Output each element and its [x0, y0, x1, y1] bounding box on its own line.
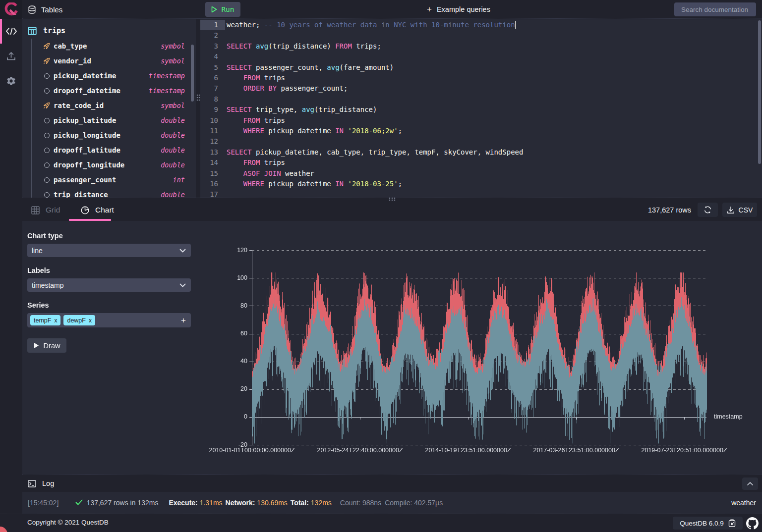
success-check-icon [63, 491, 82, 515]
code-line: SELECT passenger_count, avg(fare_amount) [227, 62, 394, 73]
github-link[interactable] [746, 517, 759, 530]
tab-grid[interactable]: Grid [31, 201, 60, 219]
column-row-trip_distance[interactable]: trip_distancedouble [22, 187, 196, 198]
horizontal-splitter-handle[interactable] [389, 197, 396, 201]
sql-editor[interactable]: 1weather; -- 10 years of weather data in… [200, 19, 762, 198]
editor-line-6: 6 FROM trips [200, 73, 762, 83]
column-row-vendor_id[interactable]: vendor_idsymbol [22, 53, 196, 68]
questdb-logo[interactable] [0, 0, 22, 19]
column-row-pickup_latitude[interactable]: pickup_latitudedouble [22, 113, 196, 128]
timeseries-chart[interactable] [22, 221, 762, 475]
series-chip-dewpF[interactable]: dewpF x [63, 315, 95, 325]
editor-scrollbar-thumb[interactable] [758, 20, 761, 164]
pie-chart-icon [81, 206, 89, 214]
series-chip-tempF[interactable]: tempF x [30, 315, 60, 325]
column-row-pickup_longitude[interactable]: pickup_longitudedouble [22, 128, 196, 143]
editor-line-12: 12 [200, 136, 762, 147]
column-type: double [161, 191, 185, 198]
column-name: dropoff_latitude [54, 146, 120, 154]
column-circle-icon [43, 88, 50, 94]
editor-line-16: 16 WHERE pickup_datetime IN '2018-03-25'… [200, 179, 762, 189]
results-actions: 137,627 rows CSV [648, 198, 757, 221]
search-documentation-input[interactable] [674, 2, 756, 16]
column-circle-icon [43, 73, 50, 79]
column-row-pickup_datetime[interactable]: pickup_datetimetimestamp [22, 68, 196, 83]
column-type: int [173, 176, 185, 184]
remove-chip-icon[interactable]: x [89, 317, 92, 324]
line-number-gutter: 6 [200, 73, 225, 83]
editor-line-1: 1weather; -- 10 years of weather data in… [200, 20, 762, 30]
column-row-dropoff_datetime[interactable]: dropoff_datetimetimestamp [22, 83, 196, 98]
code-line: SELECT pickup_datetime, cab_type, trip_t… [227, 147, 523, 158]
column-name: pickup_longitude [54, 131, 120, 139]
csv-download-button[interactable]: CSV [722, 203, 757, 217]
tab-chart[interactable]: Chart [75, 201, 120, 219]
line-number-gutter: 15 [200, 168, 225, 179]
tables-panel: trips cab_typesymbolvendor_idsymbolpicku… [22, 19, 196, 198]
column-row-dropoff_latitude[interactable]: dropoff_latitudedouble [22, 143, 196, 158]
refresh-icon [703, 206, 712, 214]
add-series-icon[interactable]: + [181, 316, 186, 325]
log-entry: [15:45:02] 137,627 rows in 132ms Execute… [28, 491, 443, 515]
column-row-rate_code_id[interactable]: rate_code_idsymbol [22, 98, 196, 113]
column-type: timestamp [149, 72, 185, 80]
labels-select[interactable]: timestamp [27, 278, 191, 292]
log-title: Log [28, 479, 54, 487]
column-row-dropoff_longitude[interactable]: dropoff_longitudedouble [22, 158, 196, 172]
editor-line-7: 7 ORDER BY passenger_count; [200, 83, 762, 94]
play-icon [34, 342, 39, 349]
editor-line-8: 8 [200, 94, 762, 105]
tables-scrollbar-thumb[interactable] [191, 45, 194, 102]
code-line: FROM trips [227, 115, 285, 126]
copy-icon [728, 519, 736, 527]
column-type: symbol [161, 42, 185, 50]
column-name: dropoff_longitude [54, 161, 124, 169]
network-time: 130.69ms [257, 499, 287, 507]
collapse-log-button[interactable] [742, 478, 758, 490]
editor-line-13: 13SELECT pickup_datetime, cab_type, trip… [200, 147, 762, 158]
code-line: ASOF JOIN weather [227, 168, 314, 179]
column-type: double [161, 131, 185, 139]
series-label: Series [27, 301, 49, 309]
footer: Copyright © 2021 QuestDB QuestDB 6.0.9 [0, 514, 762, 532]
rail-item-console[interactable] [0, 19, 22, 44]
column-type: double [161, 161, 185, 169]
run-button[interactable]: Run [205, 2, 240, 17]
rail-item-import[interactable] [0, 44, 22, 68]
rail-item-settings[interactable] [0, 68, 22, 93]
log-bar[interactable]: Log [22, 475, 762, 492]
vertical-splitter[interactable] [196, 19, 200, 198]
chart-type-label: Chart type [27, 232, 63, 240]
count-time: Count: 988ns [340, 499, 381, 507]
column-row-cab_type[interactable]: cab_typesymbol [22, 39, 196, 53]
editor-line-15: 15 ASOF JOIN weather [200, 168, 762, 179]
chevron-down-icon [179, 249, 186, 253]
table-icon [28, 27, 37, 35]
example-queries-button[interactable]: + Example queries [420, 2, 497, 17]
refresh-button[interactable] [698, 203, 718, 217]
column-name: cab_type [54, 42, 87, 50]
line-number-gutter: 5 [200, 62, 225, 73]
tables-panel-title: Tables [41, 5, 62, 14]
top-bar: Tables Run + Example queries [22, 0, 762, 19]
line-number-gutter: 3 [200, 41, 225, 52]
line-number-gutter: 8 [200, 94, 225, 105]
column-circle-icon [43, 162, 50, 168]
series-input[interactable]: tempF x dewpF x + [27, 313, 191, 327]
chart-panel: Chart type line Labels timestamp Series … [22, 221, 762, 475]
draw-button[interactable]: Draw [27, 338, 66, 353]
editor-line-2: 2 [200, 30, 762, 41]
vertical-splitter-handle[interactable] [196, 94, 200, 101]
table-row-trips[interactable]: trips [22, 23, 65, 38]
remove-chip-icon[interactable]: x [54, 317, 57, 324]
column-circle-icon [43, 133, 50, 138]
chart-type-select[interactable]: line [27, 244, 191, 257]
labels-label: Labels [27, 266, 50, 274]
column-type: double [161, 146, 185, 154]
version-button[interactable]: QuestDB 6.0.9 [673, 517, 743, 530]
column-row-passenger_count[interactable]: passenger_countint [22, 172, 196, 187]
column-name: pickup_latitude [54, 116, 116, 124]
line-number-gutter: 10 [200, 115, 225, 126]
line-number-gutter: 7 [200, 83, 225, 94]
line-number-gutter: 13 [200, 147, 225, 158]
